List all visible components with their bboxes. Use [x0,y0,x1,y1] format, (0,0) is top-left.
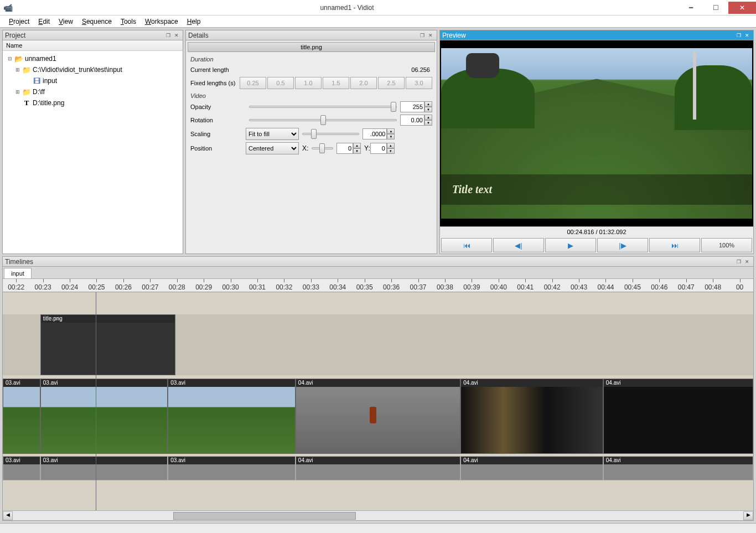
title-bar: 📹 unnamed1 - Vidiot ━ ☐ ✕ [0,0,756,15]
expander-icon[interactable]: ⊟ [6,56,14,61]
preview-panel-header[interactable]: Preview ❐ ✕ [440,30,753,40]
step-forward-button[interactable]: |▶ [597,238,648,252]
spin-down[interactable]: ▼ [387,134,395,139]
tree-item[interactable]: 🎞input [4,75,182,86]
scroll-right-icon[interactable]: ▶ [743,511,753,520]
spin-up[interactable]: ▲ [424,101,432,107]
spin-up[interactable]: ▲ [353,143,361,148]
fixed-length-button[interactable]: 2.5 [378,77,405,89]
expander-icon[interactable]: ⊞ [14,67,22,73]
close-button[interactable]: ✕ [728,2,756,14]
opacity-input[interactable] [400,101,424,112]
timeline-tracks[interactable]: title.png 03.avi03.avi03.avi04.avi04.avi… [3,292,753,510]
spin-up[interactable]: ▲ [387,128,395,134]
project-panel-header[interactable]: Project ❐ ✕ [3,30,183,40]
scaling-mode-select[interactable]: Fit to fill [246,128,299,140]
audio-clip[interactable]: 04.avi [460,456,603,480]
ruler-tick: 00:46 [646,279,672,292]
scroll-left-icon[interactable]: ◀ [3,511,13,520]
go-start-button[interactable]: ⏮ [441,238,492,252]
x-input[interactable] [336,143,353,154]
spin-up[interactable]: ▲ [424,115,432,120]
timeline-ruler[interactable]: 00:2200:2300:2400:2500:2600:2700:2800:29… [3,279,753,292]
video-clip[interactable]: 04.avi [296,379,460,454]
clip-label: 03.avi [41,379,168,387]
tree-item[interactable]: ⊞📁C:\Vidiot\vidiot_trunk\test\input [4,64,182,75]
zoom-level[interactable]: 100% [701,238,752,252]
ruler-tick: 00:28 [164,279,190,292]
scaling-slider[interactable] [302,133,359,135]
clip-label: 04.avi [296,379,460,387]
menu-tools[interactable]: Tools [116,17,141,27]
menu-view[interactable]: View [54,17,77,27]
spin-down[interactable]: ▼ [387,148,395,154]
timeline-tab[interactable]: input [4,268,32,278]
minimize-button[interactable]: ━ [679,2,703,14]
maximize-button[interactable]: ☐ [703,2,728,14]
opacity-slider[interactable] [249,106,397,108]
menu-help[interactable]: Help [183,17,205,27]
spin-up[interactable]: ▲ [387,143,395,148]
scaling-input[interactable] [363,128,387,139]
menu-project[interactable]: Project [4,17,34,27]
video-clip[interactable]: 03.avi [40,379,168,454]
panel-restore-icon[interactable]: ❐ [418,32,426,39]
tree-item[interactable]: TD:\title.png [4,97,182,108]
menu-workspace[interactable]: Workspace [141,17,183,27]
panel-close-icon[interactable]: ✕ [173,32,180,39]
fixed-length-button[interactable]: 1.5 [323,77,349,89]
audio-clip[interactable]: 03.avi [168,456,296,480]
panel-close-icon[interactable]: ✕ [743,32,751,39]
spin-down[interactable]: ▼ [424,120,432,126]
title-clip[interactable]: title.png [40,314,175,375]
tree-item-label: C:\Vidiot\vidiot_trunk\test\input [32,66,122,74]
ruler-tick: 00:30 [217,279,244,292]
video-clip[interactable]: 03.avi [3,379,40,454]
fixed-length-button[interactable]: 2.0 [350,77,377,89]
timeline-hscroll[interactable]: ◀ ▶ [3,510,753,520]
scroll-thumb[interactable] [173,512,356,520]
ruler-tick: 00:37 [405,279,431,292]
y-input[interactable] [370,143,387,154]
spin-down[interactable]: ▼ [424,107,432,112]
play-button[interactable]: ▶ [545,238,596,252]
spin-down[interactable]: ▼ [353,148,361,154]
fixed-length-button[interactable]: 3.0 [406,77,432,89]
panel-close-icon[interactable]: ✕ [743,258,751,266]
audio-clip[interactable]: 04.avi [296,456,460,480]
y-label: Y: [364,144,370,152]
video-clip[interactable]: 04.avi [603,379,753,454]
position-mode-select[interactable]: Centered [246,142,299,154]
panel-restore-icon[interactable]: ❐ [735,258,743,266]
go-end-button[interactable]: ⏭ [649,238,700,252]
rotation-input[interactable] [400,115,424,126]
menu-edit[interactable]: Edit [34,17,54,27]
audio-clip[interactable]: 03.avi [40,456,168,480]
folder-icon: 📁 [22,88,32,96]
video-clip[interactable]: 04.avi [460,379,603,454]
audio-clip[interactable]: 04.avi [603,456,753,480]
expander-icon[interactable]: ⊞ [14,89,22,95]
details-panel-header[interactable]: Details ❐ ✕ [186,30,437,40]
tree-column-header[interactable]: Name [3,40,183,51]
fixed-length-button[interactable]: 0.5 [267,77,294,89]
menu-sequence[interactable]: Sequence [77,17,116,27]
timelines-panel-header[interactable]: Timelines ❐ ✕ [3,257,753,267]
playhead[interactable] [96,292,96,510]
tree-item[interactable]: ⊞📁D:\ff [4,86,182,97]
fixed-length-button[interactable]: 1.0 [295,77,322,89]
preview-video[interactable]: Title text [441,42,752,225]
audio-clip[interactable]: 03.avi [3,456,40,480]
panel-close-icon[interactable]: ✕ [427,32,434,39]
panel-restore-icon[interactable]: ❐ [735,32,743,39]
fixed-length-button[interactable]: 0.25 [240,77,266,89]
step-back-button[interactable]: ◀| [493,238,544,252]
video-clip[interactable]: 03.avi [168,379,296,454]
x-slider[interactable] [312,147,333,149]
panel-restore-icon[interactable]: ❐ [164,32,172,39]
clip-label: 03.avi [168,379,295,387]
tree-item[interactable]: ⊟📂unnamed1 [4,53,182,64]
rotation-slider[interactable] [249,119,397,121]
ruler-tick: 00:36 [378,279,405,292]
panel-title: Timelines [5,258,33,266]
